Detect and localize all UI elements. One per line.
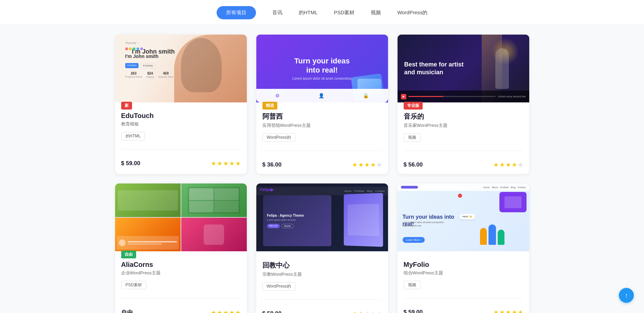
card-title: AliaCorns bbox=[121, 261, 241, 269]
card-price: $ 59.00 bbox=[121, 160, 141, 167]
music-image-text: Best theme for artist and musician bbox=[404, 61, 469, 77]
card-subtitle: 宗教WordPress主题 bbox=[262, 271, 382, 277]
card-subtitle: 企业WordPress主题 bbox=[121, 270, 241, 276]
card-tag: 的HTML bbox=[121, 132, 145, 140]
card-image-apuxi: Turn your ideasinto real! Lorem ipsum do… bbox=[256, 35, 388, 102]
card-price: $ 59.00 bbox=[404, 309, 423, 313]
badge-featured: 精选 bbox=[262, 102, 277, 110]
card-stars: ★ ★ ★ ★ ★ bbox=[352, 161, 382, 169]
card-footer-music: $ 56.00 ★ ★ ★ ★ ★ bbox=[398, 161, 529, 174]
card-image-myfolio: Home About Portfolio Blog Contact Turn y… bbox=[398, 183, 529, 251]
badge-new: 新 bbox=[121, 102, 132, 110]
card-divider bbox=[121, 298, 241, 298]
card-subtitle: 教育模板 bbox=[121, 121, 241, 127]
card-title: 音乐的 bbox=[404, 112, 523, 121]
card-subtitle: 音乐家WordPress主题 bbox=[404, 122, 523, 129]
card-tag: WordPress的 bbox=[262, 282, 295, 291]
card-divider bbox=[404, 298, 523, 298]
card-stars: ★ ★ ★ ★ ★ bbox=[211, 309, 241, 313]
card-title: 回教中心 bbox=[262, 261, 382, 270]
card-divider bbox=[262, 151, 382, 151]
card-huijiao[interactable]: Felipa▶ Home Portfolio Blog Contact Feli… bbox=[256, 183, 388, 313]
card-footer-aliacorns: 自由 ★ ★ ★ ★ ★ bbox=[115, 309, 247, 313]
card-edutouch[interactable]: I'm John smith TheGrid ← bbox=[115, 35, 247, 174]
card-apuxi[interactable]: Turn your ideasinto real! Lorem ipsum do… bbox=[256, 35, 388, 174]
card-body-aliacorns: AliaCorns 企业WordPress主题 PSD素材 bbox=[115, 251, 247, 309]
nav-music[interactable]: 音讯 bbox=[272, 9, 282, 16]
card-body-myfolio: MyFolio 组合WordPress主题 视频 bbox=[398, 251, 529, 309]
card-footer-huijiao: $ 59.00 ★ ★ ★ ★ ★ bbox=[256, 310, 388, 313]
card-myfolio[interactable]: Home About Portfolio Blog Contact Turn y… bbox=[398, 183, 529, 313]
navigation: 所有项目 音讯 的HTML PSD素材 视频 WordPress的 bbox=[0, 0, 644, 24]
card-body-apuxi: 阿普西 应用登陆WordPress主题 WordPress的 bbox=[256, 102, 388, 161]
scroll-to-top-button[interactable]: ↑ bbox=[619, 288, 634, 303]
nav-psd[interactable]: PSD素材 bbox=[334, 9, 355, 16]
card-title: EduTouch bbox=[121, 112, 241, 120]
nav-all-projects[interactable]: 所有项目 bbox=[217, 6, 256, 19]
card-body-edutouch: EduTouch 教育模板 的HTML bbox=[115, 102, 247, 160]
apuxi-image-title: Turn your ideasinto real! bbox=[294, 57, 350, 75]
main-content: I'm John smith TheGrid ← bbox=[108, 24, 536, 313]
scroll-top-icon: ↑ bbox=[625, 292, 628, 299]
card-footer-edutouch: $ 59.00 ★ ★ ★ ★ ★ bbox=[115, 160, 247, 173]
card-divider bbox=[262, 299, 382, 300]
card-stars: ★ ★ ★ ★ ★ bbox=[352, 310, 382, 313]
card-tag: WordPress的 bbox=[262, 133, 295, 142]
card-footer-apuxi: $ 36.00 ★ ★ ★ ★ ★ bbox=[256, 161, 388, 174]
nav-video[interactable]: 视频 bbox=[371, 9, 381, 16]
card-subtitle: 组合WordPress主题 bbox=[404, 270, 523, 276]
badge-pro: 专业版 bbox=[404, 102, 423, 110]
card-image-aliacorns bbox=[115, 183, 247, 251]
card-divider bbox=[404, 151, 523, 151]
badge-free: 自由 bbox=[121, 251, 136, 258]
card-price: $ 56.00 bbox=[404, 161, 423, 168]
card-body-huijiao: 回教中心 宗教WordPress主题 WordPress的 bbox=[256, 251, 388, 310]
items-grid: I'm John smith TheGrid ← bbox=[115, 35, 529, 313]
card-subtitle: 应用登陆WordPress主题 bbox=[262, 122, 382, 129]
card-price: 自由 bbox=[121, 309, 133, 313]
card-stars: ★ ★ ★ ★ ★ bbox=[493, 161, 523, 169]
card-title: MyFolio bbox=[404, 261, 523, 269]
card-music[interactable]: Best theme for artist and musician ▶ Unt… bbox=[398, 35, 529, 174]
card-aliacorns[interactable]: 自由 AliaCorns 企业WordPress主题 PSD素材 自由 ★ ★ … bbox=[115, 183, 247, 313]
card-price: $ 36.00 bbox=[262, 161, 282, 168]
card-image-music: Best theme for artist and musician ▶ Unt… bbox=[398, 35, 529, 102]
card-image-huijiao: Felipa▶ Home Portfolio Blog Contact Feli… bbox=[256, 183, 388, 251]
card-tag: 视频 bbox=[404, 281, 421, 289]
card-body-music: 音乐的 音乐家WordPress主题 视频 bbox=[398, 102, 529, 161]
card-divider bbox=[121, 149, 241, 150]
nav-html[interactable]: 的HTML bbox=[299, 9, 318, 16]
card-stars: ★ ★ ★ ★ ★ bbox=[211, 160, 241, 167]
card-price: $ 59.00 bbox=[262, 310, 282, 313]
apuxi-image-sub: Lorem ipsum dolor sit amet consectetur bbox=[292, 77, 352, 80]
card-tag: PSD素材 bbox=[121, 281, 147, 289]
card-image-edutouch: I'm John smith TheGrid ← bbox=[115, 35, 247, 102]
card-footer-myfolio: $ 59.00 ★ ★ ★ ★ ★ bbox=[398, 309, 529, 313]
nav-wordpress[interactable]: WordPress的 bbox=[397, 9, 427, 16]
card-stars: ★ ★ ★ ★ ★ bbox=[493, 309, 523, 313]
card-tag: 视频 bbox=[404, 133, 421, 142]
card-title: 阿普西 bbox=[262, 112, 382, 121]
